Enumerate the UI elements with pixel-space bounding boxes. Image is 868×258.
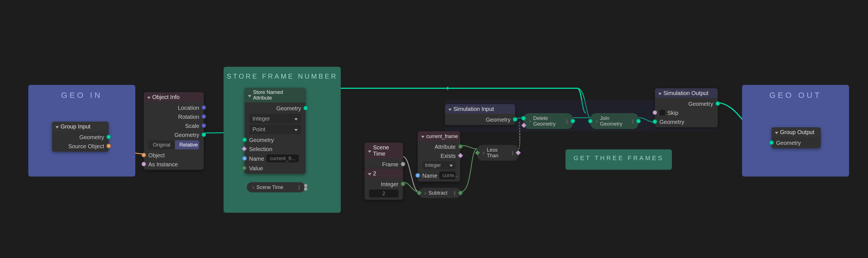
name-field[interactable]: current_fr... [266, 155, 299, 162]
socket-label: Integer [381, 181, 399, 187]
input-as-instance[interactable]: As Instance [144, 160, 204, 169]
socket-float-out[interactable] [401, 162, 405, 166]
node-header[interactable]: Group Input [52, 122, 109, 131]
input-name[interactable]: Namecurrent_fr... [245, 153, 306, 163]
node-header[interactable]: Scene Time [365, 142, 403, 158]
input-skip[interactable]: Skip [655, 108, 718, 117]
socket-geometry-in[interactable] [653, 119, 657, 124]
value-input-row[interactable]: 2 [365, 188, 403, 199]
socket-string-in[interactable] [415, 173, 420, 178]
socket-vector-out[interactable] [202, 105, 206, 110]
socket-geometry-out[interactable] [513, 117, 517, 122]
output-location[interactable]: Location [144, 103, 204, 112]
btn-relative[interactable]: Relative [175, 140, 199, 149]
socket-bool-out[interactable] [458, 153, 463, 158]
node-scene-time-collapsed[interactable]: › Scene Time || [247, 182, 305, 192]
node-header[interactable]: Simulation Input [445, 104, 515, 114]
socket-vector-out[interactable] [202, 114, 206, 119]
socket-object-in[interactable] [142, 153, 146, 157]
node-header[interactable]: Object Info [144, 92, 204, 102]
socket-label: Geometry [174, 132, 199, 138]
output-geometry[interactable]: Geometry [52, 132, 109, 141]
checkbox-skip[interactable] [659, 110, 665, 116]
socket-bool-in[interactable] [653, 110, 657, 115]
socket-int-in[interactable] [416, 190, 422, 196]
output-rotation[interactable]: Rotation [144, 112, 204, 121]
socket-bool-in[interactable] [142, 162, 146, 166]
input-name[interactable]: Namecurre... [418, 170, 460, 181]
output-geometry[interactable]: Geometry [445, 115, 515, 124]
socket-int-in[interactable] [475, 150, 480, 156]
output-geometry[interactable]: Geometry [144, 130, 204, 139]
socket-label: Geometry [688, 100, 713, 107]
frame-label: GEO OUT [742, 91, 849, 100]
node-join-geometry-collapsed[interactable]: › Join Geometry || [590, 113, 639, 129]
socket-bool-out[interactable] [515, 150, 521, 156]
output-attribute[interactable]: Attribute [418, 142, 460, 151]
socket-int-out[interactable] [458, 190, 463, 196]
node-simulation-input[interactable]: Simulation Input Geometry [445, 104, 515, 125]
output-integer[interactable]: Integer [365, 180, 403, 188]
node-group-output[interactable]: Group Output Geometry [772, 127, 821, 148]
output-frame[interactable]: Frame [365, 160, 403, 169]
socket-geometry-out[interactable] [715, 101, 720, 106]
input-geometry[interactable]: Geometry [245, 135, 306, 144]
output-geometry[interactable]: Geometry [245, 103, 306, 112]
input-selection[interactable]: Selection [245, 144, 306, 153]
node-header[interactable]: Group Output [772, 127, 821, 137]
btn-original[interactable]: Original [148, 140, 175, 149]
socket-geometry-in[interactable] [588, 119, 593, 123]
socket-out[interactable] [304, 187, 307, 191]
integer-field[interactable]: 2 [369, 190, 399, 197]
socket-geometry-in[interactable] [521, 116, 526, 121]
dropdown-domain[interactable]: Point [249, 125, 301, 134]
transform-space-toggle[interactable]: Original Relative [148, 140, 199, 149]
node-group-input[interactable]: Group Input Geometry Source Object [52, 122, 109, 152]
node-scene-time[interactable]: Scene Time Frame [365, 142, 403, 170]
chevron-right-icon: › [483, 150, 485, 156]
name-field[interactable]: curre... [439, 171, 456, 180]
node-title: Delete Geometry [533, 116, 564, 127]
socket-string-in[interactable] [242, 156, 247, 161]
socket-geometry-in[interactable] [242, 137, 247, 142]
socket-geometry-out[interactable] [303, 106, 308, 110]
node-delete-geometry-collapsed[interactable]: › Delete Geometry || [524, 113, 573, 129]
socket-int-out[interactable] [458, 144, 463, 149]
socket-label: Geometry [776, 139, 801, 146]
socket-geometry-out[interactable] [106, 135, 111, 139]
node-store-named-attribute[interactable]: Store Named Attribute Geometry Integer P… [245, 88, 306, 174]
node-subtract-collapsed[interactable]: › Subtract || [419, 188, 461, 198]
output-scale[interactable]: Scale [144, 121, 204, 130]
socket-geometry-out[interactable] [636, 119, 641, 123]
output-geometry[interactable]: Geometry [655, 99, 718, 108]
dropdown-data-type[interactable]: Integer [422, 161, 456, 169]
node-named-attribute[interactable]: current_frame Attribute Exists Integer N… [418, 131, 460, 182]
node-header[interactable]: current_frame [418, 131, 460, 141]
frame-get-three-frames[interactable]: GET THREE FRAMES [565, 149, 672, 170]
input-value[interactable]: Value [245, 163, 306, 172]
node-header[interactable]: 2 [365, 169, 403, 178]
dropdown-data-type[interactable]: Integer [249, 114, 301, 123]
input-geometry[interactable]: Geometry [655, 117, 718, 126]
input-object[interactable]: Object [144, 151, 204, 160]
socket-label: Value [249, 165, 263, 171]
socket-int-out[interactable] [401, 182, 405, 186]
socket-vector-out[interactable] [202, 123, 206, 128]
node-object-info[interactable]: Object Info Location Rotation Scale Geom… [144, 92, 204, 170]
socket-geometry-in[interactable] [769, 140, 774, 145]
input-geometry[interactable]: Geometry [772, 138, 821, 147]
node-header[interactable]: Store Named Attribute [245, 88, 306, 102]
node-title: Scene Time [256, 185, 283, 190]
output-source-object[interactable]: Source Object [52, 141, 109, 151]
chevron-right-icon: › [596, 118, 598, 124]
socket-object-out[interactable] [106, 144, 111, 148]
node-integer-value[interactable]: 2 Integer 2 [365, 169, 403, 200]
node-less-than-collapsed[interactable]: › Less Than || [477, 145, 519, 161]
node-header[interactable]: Simulation Output [655, 88, 718, 98]
socket-geometry-out[interactable] [570, 119, 575, 123]
node-simulation-output[interactable]: Simulation Output Geometry Skip Geometry [655, 88, 718, 127]
socket-geometry-out[interactable] [202, 132, 206, 137]
output-exists[interactable]: Exists [418, 151, 460, 160]
socket-out[interactable] [304, 184, 307, 187]
node-canvas[interactable]: GEO IN Group Input Geometry Source Objec… [0, 0, 868, 258]
